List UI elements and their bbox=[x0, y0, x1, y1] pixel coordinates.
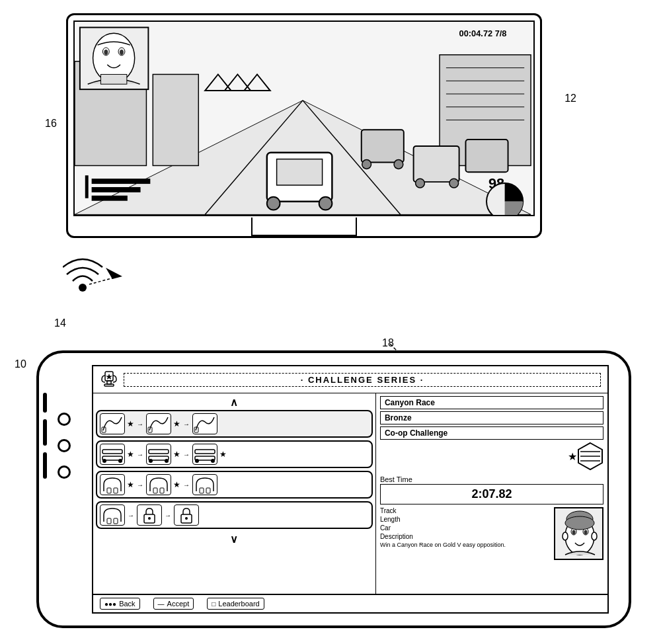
phone-circle-btn-3[interactable] bbox=[58, 465, 71, 479]
arrow-2ab: → bbox=[137, 451, 143, 458]
svg-point-83 bbox=[584, 530, 587, 535]
detail-coop-challenge: Co-op Challenge bbox=[380, 426, 603, 440]
detail-text-area: Track Length Car Description Win a Canyo… bbox=[380, 507, 550, 560]
level-icon-3c bbox=[192, 474, 217, 495]
svg-point-87 bbox=[592, 532, 597, 540]
arrow-4ab: → bbox=[128, 512, 134, 519]
svg-marker-46 bbox=[106, 374, 112, 380]
challenge-row-2[interactable]: ★ → ★ → ★ bbox=[96, 440, 373, 468]
star-1b: ★ bbox=[173, 419, 180, 428]
arrow-1bc: → bbox=[183, 421, 190, 428]
svg-point-61 bbox=[211, 459, 215, 463]
svg-rect-36 bbox=[92, 196, 128, 201]
arrow-1ab: → bbox=[137, 421, 143, 428]
svg-point-19 bbox=[362, 160, 371, 169]
svg-rect-50 bbox=[102, 450, 122, 454]
phone-vol-down-btn[interactable] bbox=[43, 452, 47, 479]
arrow-2bc: → bbox=[183, 451, 190, 458]
detail-car: Car bbox=[380, 524, 550, 532]
detail-info-area: Track Length Car Description Win a Canyo… bbox=[380, 507, 603, 560]
player-portrait bbox=[554, 507, 603, 560]
star-2b: ★ bbox=[173, 450, 180, 459]
svg-rect-63 bbox=[114, 488, 118, 493]
level-icon-2b bbox=[146, 444, 171, 465]
level-icon-3a bbox=[100, 474, 125, 495]
arrow-3ab: → bbox=[137, 481, 143, 489]
best-time-value: 2:07.82 bbox=[380, 484, 603, 504]
svg-rect-65 bbox=[160, 488, 164, 493]
label-ref-18: 18 bbox=[382, 337, 394, 349]
level-icon-1c bbox=[192, 413, 217, 434]
phone-vol-up-btn[interactable] bbox=[43, 419, 47, 446]
leaderboard-icon: □ bbox=[212, 600, 215, 608]
wifi-icon-svg bbox=[63, 251, 142, 311]
svg-point-22 bbox=[416, 179, 425, 188]
star-3b: ★ bbox=[173, 480, 180, 489]
challenge-row-3[interactable]: ★ → ★ → bbox=[96, 471, 373, 499]
label-ref-10: 10 bbox=[15, 358, 26, 370]
svg-point-56 bbox=[149, 459, 153, 463]
challenge-row-1[interactable]: ★ → ★ → bbox=[96, 410, 373, 438]
svg-rect-62 bbox=[107, 488, 111, 493]
svg-point-52 bbox=[102, 459, 106, 463]
svg-rect-45 bbox=[104, 384, 114, 386]
svg-text:00:04.72  7/8: 00:04.72 7/8 bbox=[459, 28, 507, 38]
detail-description-text: Win a Canyon Race on Gold V easy opposit… bbox=[380, 542, 550, 549]
svg-point-57 bbox=[165, 459, 169, 463]
svg-rect-35 bbox=[92, 187, 141, 192]
svg-rect-68 bbox=[107, 518, 111, 524]
left-panel: ∧ ★ → ★ → bbox=[93, 393, 376, 594]
tv-screen: 00:04.72 7/8 bbox=[73, 20, 535, 216]
svg-point-71 bbox=[148, 517, 151, 520]
svg-rect-32 bbox=[100, 74, 126, 84]
label-ref-12: 12 bbox=[564, 93, 576, 104]
phone-circle-btn-1[interactable] bbox=[58, 413, 71, 426]
phone-circle-btn-2[interactable] bbox=[58, 439, 71, 452]
diagram-container: 00:04.72 7/8 bbox=[0, 0, 661, 644]
svg-point-16 bbox=[267, 197, 280, 210]
svg-point-53 bbox=[118, 459, 122, 463]
scroll-up-arrow[interactable]: ∧ bbox=[96, 396, 373, 409]
tv-stand bbox=[251, 218, 357, 236]
level-icon-3b bbox=[146, 474, 171, 495]
main-content-area: ∧ ★ → ★ → bbox=[93, 393, 607, 594]
phone-content: · CHALLENGE SERIES · ∧ ★ → bbox=[93, 366, 607, 612]
phone-toolbar: ●●● Back — Accept □ Leaderboard bbox=[93, 594, 607, 612]
svg-point-39 bbox=[79, 284, 87, 292]
svg-point-23 bbox=[449, 179, 459, 188]
leaderboard-button[interactable]: □ Leaderboard bbox=[207, 598, 264, 610]
scroll-down-arrow[interactable]: ∨ bbox=[96, 533, 373, 545]
level-icon-2c bbox=[192, 444, 217, 465]
detail-canyon-race: Canyon Race bbox=[380, 396, 603, 409]
svg-point-73 bbox=[185, 517, 188, 520]
star-2c: ★ bbox=[219, 450, 227, 459]
player-portrait-svg bbox=[555, 508, 603, 560]
label-ref-16: 16 bbox=[45, 118, 57, 130]
accept-icon: — bbox=[158, 600, 165, 608]
smartphone: · CHALLENGE SERIES · ∧ ★ → bbox=[36, 350, 631, 628]
trophy-icon bbox=[100, 370, 118, 389]
back-button[interactable]: ●●● Back bbox=[100, 598, 140, 610]
leaderboard-label: Leaderboard bbox=[218, 600, 259, 608]
back-icon: ●●● bbox=[104, 600, 116, 608]
right-panel: Canyon Race Bronze Co-op Challenge ★ bbox=[376, 393, 607, 594]
detail-description-label: Description bbox=[380, 533, 550, 540]
svg-point-86 bbox=[563, 532, 568, 540]
phone-power-btn[interactable] bbox=[43, 393, 47, 413]
rank-star: ★ bbox=[568, 450, 577, 463]
svg-point-30 bbox=[104, 50, 108, 55]
svg-rect-33 bbox=[85, 175, 89, 198]
svg-rect-67 bbox=[206, 488, 210, 493]
tv-monitor: 00:04.72 7/8 bbox=[66, 13, 542, 238]
challenge-header: · CHALLENGE SERIES · bbox=[93, 366, 607, 393]
svg-rect-64 bbox=[153, 488, 157, 493]
star-3a: ★ bbox=[127, 480, 134, 489]
wifi-area bbox=[63, 251, 142, 313]
svg-rect-18 bbox=[362, 130, 404, 162]
svg-point-82 bbox=[572, 530, 575, 535]
svg-rect-4 bbox=[153, 74, 198, 165]
accept-button[interactable]: — Accept bbox=[153, 598, 194, 610]
detail-bronze: Bronze bbox=[380, 411, 603, 424]
challenge-row-4[interactable]: → → bbox=[96, 501, 373, 529]
svg-rect-34 bbox=[92, 179, 151, 184]
